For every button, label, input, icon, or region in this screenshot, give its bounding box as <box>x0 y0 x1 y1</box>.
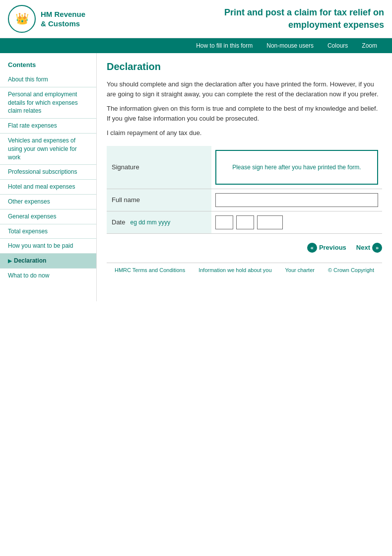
sidebar-item-general[interactable]: General expenses <box>0 209 96 224</box>
nav-colours[interactable]: Colours <box>321 38 355 53</box>
signature-box[interactable]: Please sign here after you have printed … <box>215 150 378 185</box>
date-label-cell: Date eg dd mm yyyy <box>107 211 211 233</box>
para2: The information given on this form is tr… <box>107 104 382 123</box>
sidebar-title: Contents <box>0 58 96 72</box>
sidebar-item-declaration[interactable]: Declaration <box>0 254 96 269</box>
date-mm-input[interactable] <box>236 215 254 229</box>
footer-info[interactable]: Information we hold about you <box>198 267 271 273</box>
next-label: Next <box>356 244 370 251</box>
sidebar-item-about[interactable]: About this form <box>0 72 96 87</box>
date-row: Date eg dd mm yyyy <box>107 211 382 233</box>
previous-label: Previous <box>319 244 346 251</box>
sidebar-item-professional[interactable]: Professional subscriptions <box>0 165 96 180</box>
next-icon: » <box>372 243 382 253</box>
previous-button[interactable]: « Previous <box>307 243 346 253</box>
para3: I claim repayment of any tax due. <box>107 128 382 138</box>
fullname-label: Full name <box>107 189 211 211</box>
declaration-form: Signature Please sign here after you hav… <box>107 146 382 234</box>
footer-charter[interactable]: Your charter <box>285 267 315 273</box>
signature-input-cell: Please sign here after you have printed … <box>211 146 382 189</box>
crown-icon: 👑 <box>15 12 29 25</box>
date-fields <box>215 215 378 229</box>
nav-how-to-fill[interactable]: How to fill in this form <box>189 38 260 53</box>
previous-icon: « <box>307 243 317 253</box>
fullname-row: Full name <box>107 189 382 211</box>
top-nav: How to fill in this form Non-mouse users… <box>0 38 392 53</box>
date-label-inline: Date eg dd mm yyyy <box>112 218 206 226</box>
para1: You should complete and sign the declara… <box>107 79 382 99</box>
page-header: 👑 HM Revenue& Customs Print and post a c… <box>0 0 392 38</box>
signature-placeholder: Please sign here after you have printed … <box>230 162 363 173</box>
page-title: Print and post a claim for tax relief on… <box>186 6 384 31</box>
date-label: Date <box>112 218 125 226</box>
date-hint: eg dd mm yyyy <box>130 219 170 226</box>
fullname-input-cell <box>211 189 382 211</box>
fullname-input[interactable] <box>215 193 378 207</box>
sidebar-item-hotel[interactable]: Hotel and meal expenses <box>0 180 96 195</box>
sidebar-item-total[interactable]: Total expenses <box>0 224 96 239</box>
declaration-title: Declaration <box>107 61 382 72</box>
logo-text: HM Revenue& Customs <box>41 9 85 29</box>
sidebar-item-vehicles[interactable]: Vehicles and expenses of using your own … <box>0 134 96 165</box>
page-footer: HMRC Terms and Conditions Information we… <box>107 263 382 277</box>
main-content: Declaration You should complete and sign… <box>97 53 392 301</box>
signature-row: Signature Please sign here after you hav… <box>107 146 382 189</box>
sidebar-item-other[interactable]: Other expenses <box>0 195 96 209</box>
date-input-cell <box>211 211 382 233</box>
footer-copyright: © Crown Copyright <box>328 267 374 273</box>
sidebar-item-payment[interactable]: How you want to be paid <box>0 239 96 254</box>
sidebar-item-flat-rate[interactable]: Flat rate expenses <box>0 119 96 134</box>
date-yyyy-input[interactable] <box>257 215 283 229</box>
logo-area: 👑 HM Revenue& Customs <box>8 5 85 33</box>
footer-terms[interactable]: HMRC Terms and Conditions <box>115 267 185 273</box>
sidebar-item-what-to-do[interactable]: What to do now <box>0 269 96 283</box>
nav-buttons: « Previous Next » <box>107 243 382 253</box>
date-dd-input[interactable] <box>215 215 233 229</box>
sidebar-item-personal[interactable]: Personal and employment details for whic… <box>0 87 96 119</box>
next-button[interactable]: Next » <box>356 243 382 253</box>
hmrc-logo: 👑 <box>8 5 36 33</box>
nav-zoom[interactable]: Zoom <box>355 38 384 53</box>
signature-label: Signature <box>107 146 211 189</box>
page-layout: Contents About this form Personal and em… <box>0 53 392 301</box>
sidebar: Contents About this form Personal and em… <box>0 53 97 301</box>
nav-non-mouse[interactable]: Non-mouse users <box>260 38 321 53</box>
